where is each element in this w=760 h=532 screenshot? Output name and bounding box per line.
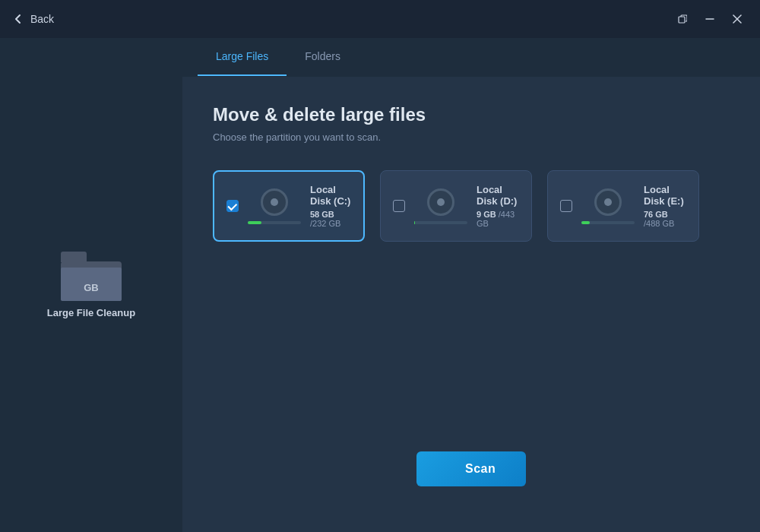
disk-name-c: Local Disk (C:)	[310, 184, 351, 207]
disk-card-d[interactable]: Local Disk (D:) 9 GB /443 GB	[380, 170, 532, 242]
tab-large-files[interactable]: Large Files	[198, 38, 287, 76]
disk-name-d: Local Disk (D:)	[477, 184, 519, 207]
main-container: GB Large File Cleanup Large Files Folder…	[0, 38, 760, 532]
tabs: Large Files Folders	[182, 38, 760, 76]
disk-info-c: Local Disk (C:) 58 GB /232 GB	[310, 184, 351, 228]
sidebar: GB Large File Cleanup	[0, 38, 182, 532]
folder-icon-label: GB	[61, 282, 122, 293]
disk-info-e: Local Disk (E:) 76 GB /488 GB	[644, 184, 686, 228]
disk-size-c: 58 GB /232 GB	[310, 210, 351, 228]
disk-size-e: 76 GB /488 GB	[644, 210, 686, 228]
disk-checkbox-d[interactable]	[393, 200, 405, 212]
disk-card-e[interactable]: Local Disk (E:) 76 GB /488 GB	[547, 170, 699, 242]
close-icon	[733, 14, 742, 24]
window-controls	[672, 8, 748, 30]
scan-button[interactable]: Scan	[416, 451, 526, 486]
disk-checkbox-e[interactable]	[560, 200, 572, 212]
disk-checkbox-c[interactable]	[226, 200, 239, 212]
page-title: Move & delete large files	[213, 104, 730, 125]
scan-btn-container: Scan	[213, 242, 730, 505]
disk-card-c[interactable]: Local Disk (C:) 58 GB /232 GB	[213, 170, 365, 242]
tab-folders[interactable]: Folders	[287, 38, 359, 76]
back-arrow-icon	[12, 13, 24, 25]
disk-cards: Local Disk (C:) 58 GB /232 GB	[213, 170, 730, 242]
disk-name-e: Local Disk (E:)	[644, 184, 686, 207]
close-button[interactable]	[727, 8, 748, 30]
disk-icon-e	[581, 188, 635, 224]
disk-size-d: 9 GB /443 GB	[477, 210, 519, 228]
sidebar-title: Large File Cleanup	[47, 307, 135, 318]
disk-icon-c	[248, 188, 301, 224]
restore-icon	[678, 14, 687, 24]
svg-rect-0	[679, 17, 685, 23]
back-button[interactable]: Back	[12, 13, 54, 25]
folder-icon: GB	[61, 252, 122, 301]
right-panel: Large Files Folders Move & delete large …	[182, 38, 760, 532]
disk-icon-d	[414, 188, 467, 224]
minimize-icon	[705, 14, 714, 24]
restore-button[interactable]	[672, 8, 693, 30]
minimize-button[interactable]	[699, 8, 720, 30]
back-label: Back	[30, 13, 54, 25]
disk-info-d: Local Disk (D:) 9 GB /443 GB	[477, 184, 519, 228]
page-subtitle: Choose the partition you want to scan.	[213, 131, 730, 143]
titlebar: Back	[0, 0, 760, 38]
content-area: Move & delete large files Choose the par…	[182, 77, 760, 532]
